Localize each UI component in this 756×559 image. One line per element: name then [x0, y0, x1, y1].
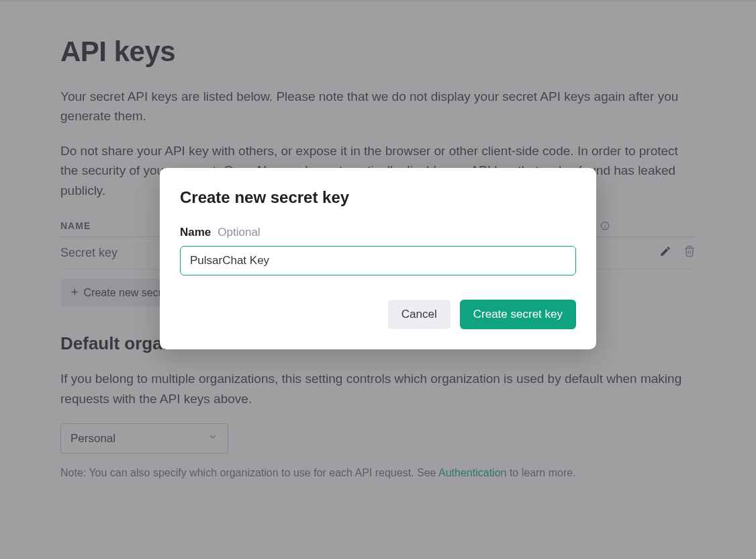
modal-overlay[interactable]: Create new secret key Name Optional Canc…	[0, 0, 756, 559]
modal-title: Create new secret key	[180, 188, 576, 207]
secret-key-name-input[interactable]	[180, 246, 576, 275]
create-secret-key-button[interactable]: Create secret key	[460, 300, 576, 329]
create-secret-key-modal: Create new secret key Name Optional Canc…	[160, 168, 596, 349]
name-field-label: Name	[180, 226, 211, 239]
name-field-optional: Optional	[218, 226, 260, 239]
cancel-button[interactable]: Cancel	[388, 300, 451, 329]
